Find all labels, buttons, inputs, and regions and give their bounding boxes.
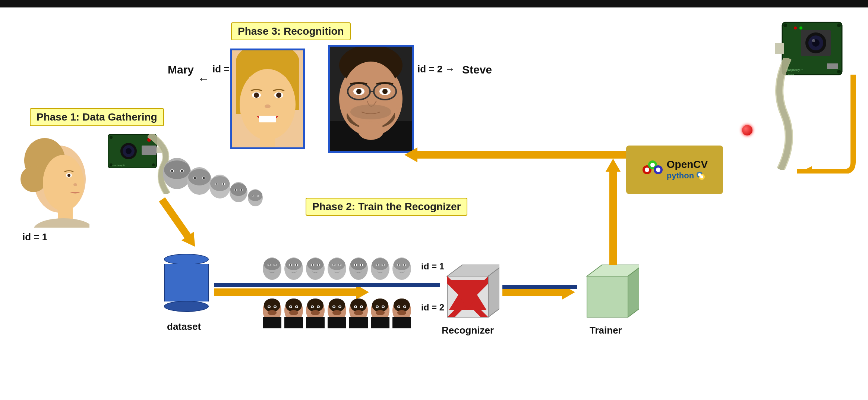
svg-rect-142 — [306, 317, 325, 328]
svg-point-92 — [290, 264, 291, 266]
svg-point-163 — [361, 306, 362, 307]
svg-point-196 — [650, 163, 655, 167]
trainer-svg — [580, 261, 639, 321]
svg-point-179 — [404, 306, 405, 307]
steve-face-svg — [330, 47, 412, 151]
svg-rect-134 — [284, 317, 303, 328]
svg-point-172 — [376, 310, 385, 315]
svg-point-169 — [376, 306, 378, 307]
svg-point-124 — [404, 264, 405, 266]
svg-text:Raspberry Pi: Raspberry Pi — [112, 164, 125, 166]
svg-rect-10 — [259, 116, 276, 122]
curved-return-arrow — [786, 73, 861, 175]
svg-point-108 — [350, 258, 367, 270]
svg-point-47 — [110, 136, 113, 139]
svg-point-167 — [372, 299, 388, 312]
svg-point-112 — [361, 264, 362, 266]
svg-point-139 — [296, 306, 297, 307]
phase1-label: Phase 1: Data Gathering — [30, 108, 164, 126]
svg-point-155 — [339, 306, 341, 307]
red-led — [742, 125, 752, 135]
svg-point-9 — [265, 104, 271, 108]
python-icon — [695, 171, 706, 181]
svg-rect-166 — [371, 317, 389, 328]
dark-connector-bar — [214, 283, 440, 287]
svg-point-135 — [285, 299, 302, 312]
svg-rect-206 — [775, 43, 784, 54]
svg-point-94 — [296, 264, 297, 266]
svg-point-8 — [276, 93, 281, 98]
svg-point-175 — [394, 299, 410, 312]
svg-rect-174 — [392, 317, 411, 328]
face-row2-svg — [261, 295, 421, 328]
svg-point-102 — [329, 258, 345, 270]
svg-point-131 — [274, 306, 276, 307]
svg-point-22 — [356, 89, 362, 94]
phase2-label: Phase 2: Train the Recognizer — [306, 198, 467, 216]
db-top — [164, 254, 209, 265]
arr3-svg — [403, 146, 626, 164]
svg-point-56 — [181, 170, 183, 172]
opencv-box: OpenCV python — [626, 146, 723, 194]
svg-rect-150 — [328, 317, 346, 328]
svg-rect-126 — [263, 317, 281, 328]
svg-point-55 — [171, 170, 173, 172]
svg-point-80 — [258, 196, 259, 197]
svg-point-110 — [355, 264, 356, 266]
svg-point-137 — [290, 306, 291, 307]
svg-point-32 — [43, 155, 84, 211]
svg-point-177 — [398, 306, 400, 307]
svg-marker-202 — [404, 147, 626, 162]
dark-connector-2 — [502, 285, 577, 289]
svg-point-31 — [20, 166, 47, 192]
svg-point-211 — [812, 39, 815, 42]
svg-point-58 — [188, 169, 211, 185]
svg-point-145 — [312, 306, 313, 307]
svg-point-129 — [268, 306, 270, 307]
svg-point-220 — [799, 26, 802, 29]
svg-point-79 — [252, 196, 253, 197]
svg-marker-203 — [606, 159, 621, 265]
svg-rect-212 — [827, 63, 838, 69]
dataset-label: dataset — [167, 321, 201, 332]
svg-point-90 — [285, 258, 302, 270]
db-bottom — [164, 301, 209, 312]
svg-point-122 — [398, 264, 400, 266]
face-box-steve — [328, 45, 414, 153]
face-row1-svg — [261, 254, 421, 287]
svg-point-201 — [700, 175, 703, 178]
top-bar — [0, 0, 868, 7]
svg-point-52 — [164, 160, 190, 179]
svg-point-88 — [274, 264, 276, 266]
svg-point-24 — [382, 89, 388, 94]
svg-rect-158 — [349, 317, 368, 328]
svg-point-159 — [350, 299, 367, 312]
svg-rect-11 — [260, 134, 275, 147]
id-person-label: id = 1 — [22, 231, 47, 243]
svg-point-171 — [382, 306, 384, 307]
svg-rect-189 — [587, 276, 628, 317]
svg-point-140 — [289, 310, 298, 315]
svg-point-6 — [254, 93, 259, 98]
svg-point-67 — [215, 183, 217, 185]
recognizer-svg — [440, 261, 499, 321]
svg-point-106 — [339, 264, 341, 266]
svg-point-76 — [248, 190, 262, 201]
svg-point-147 — [318, 306, 319, 307]
svg-rect-26 — [360, 123, 365, 134]
dataset-cylinder — [164, 254, 209, 312]
svg-point-96 — [307, 258, 323, 270]
svg-point-42 — [126, 148, 132, 154]
phase3-label: Phase 3: Recognition — [231, 22, 351, 40]
svg-point-74 — [241, 189, 242, 191]
db-body — [164, 264, 209, 301]
arrow-phase3-to-opencv — [403, 146, 626, 166]
svg-point-215 — [783, 24, 787, 27]
svg-point-49 — [110, 163, 113, 166]
svg-point-62 — [203, 177, 205, 179]
svg-point-151 — [329, 299, 345, 312]
svg-point-86 — [268, 264, 270, 266]
mary-label: Mary — [168, 63, 194, 76]
recognizer-label: Recognizer — [442, 325, 494, 336]
svg-point-73 — [235, 189, 236, 191]
